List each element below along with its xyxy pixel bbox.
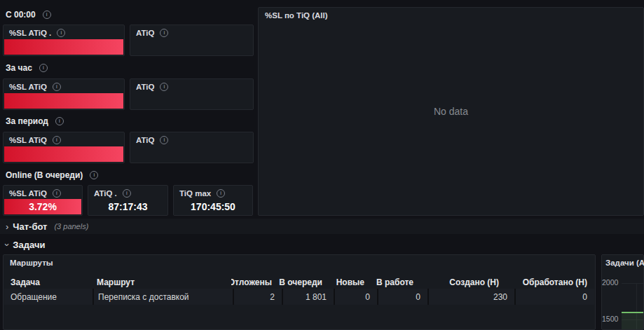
stat-title-text: TiQ max: [179, 189, 211, 198]
info-icon[interactable]: i: [55, 117, 64, 125]
stat-title-text: %SL ATiQ .: [9, 29, 51, 37]
table-cell: 0: [516, 289, 594, 305]
section-label-online-queue: Online (В очереди) i: [6, 170, 98, 180]
info-icon[interactable]: i: [160, 29, 168, 37]
section-label-text: Online (В очереди): [6, 170, 83, 180]
info-icon[interactable]: i: [160, 136, 168, 144]
column-header[interactable]: Маршрут: [93, 277, 231, 287]
info-icon[interactable]: i: [57, 29, 65, 37]
info-icon[interactable]: i: [123, 189, 131, 198]
stat-title-text: ATiQ: [136, 29, 154, 37]
stat-red-bar: [4, 39, 123, 55]
table-cell: 1 801: [283, 289, 334, 305]
row-chatbot[interactable]: › Чат-бот (3 panels): [0, 219, 644, 234]
stat-title-text: ATiQ: [136, 136, 154, 144]
column-header[interactable]: Создано (Н): [420, 277, 506, 287]
y-axis-tick: 1500: [602, 315, 618, 323]
panel-title[interactable]: %SL по TiQ (All): [259, 8, 643, 20]
stat-title-text: ATiQ: [136, 83, 154, 91]
stat-title-text: %SL ATiQ: [9, 136, 47, 144]
column-header[interactable]: Отложены: [231, 277, 279, 287]
table-cell: Обращение: [4, 289, 93, 305]
stat-value: 3.72%: [29, 201, 57, 212]
info-icon[interactable]: i: [53, 189, 61, 198]
stat-value: 87:17:43: [89, 199, 167, 214]
table-cell: 0: [335, 289, 377, 305]
series-line-green: [622, 312, 643, 313]
table-cell: 2: [234, 289, 282, 305]
stat-panel-atiq-since-midnight[interactable]: ATiQ i: [130, 25, 254, 56]
section-label-since-midnight: С 00:00 i: [6, 10, 51, 20]
info-icon[interactable]: i: [39, 64, 48, 72]
info-icon[interactable]: i: [53, 136, 61, 144]
column-header[interactable]: В очереди: [279, 277, 329, 287]
panel-tasks-chart[interactable]: Задачи (All) 2000 1500: [601, 254, 644, 330]
stat-red-bar: [4, 146, 123, 162]
stat-panel-sl-atiq-online[interactable]: %SL ATiQ i 3.72%: [3, 185, 83, 216]
stat-panel-title: TiQ max i: [174, 186, 252, 200]
stat-panel-atiq-online[interactable]: ATiQ . i 87:17:43: [88, 185, 168, 216]
stat-panel-atiq-period[interactable]: ATiQ i: [130, 132, 254, 163]
section-label-per-period: За период i: [6, 116, 64, 126]
chevron-down-icon: ›: [3, 243, 12, 246]
panel-title[interactable]: Маршруты: [4, 255, 595, 267]
stat-panel-sl-atiq-since-midnight[interactable]: %SL ATiQ . i: [3, 25, 125, 56]
table-cell: 230: [429, 289, 514, 305]
info-icon[interactable]: i: [53, 83, 61, 91]
stat-title-text: %SL ATiQ: [9, 189, 47, 198]
column-header[interactable]: В работе: [371, 277, 420, 287]
stat-title-text: ATiQ .: [94, 189, 117, 198]
stat-panel-title: ATiQ i: [130, 25, 253, 40]
stat-panel-title: %SL ATiQ i: [4, 186, 82, 200]
stat-red-bar: [4, 93, 123, 109]
dashboard: С 00:00 i %SL ATiQ . i ATiQ i За час i %…: [0, 0, 644, 330]
table-cell: 0: [378, 289, 427, 305]
row-panel-count: (3 panels): [54, 222, 88, 231]
table-header-row: Задача Маршрут Отложены В очереди Новые …: [4, 276, 594, 288]
stat-panel-title: %SL ATiQ . i: [4, 25, 124, 40]
panel-sl-po-tiq[interactable]: %SL по TiQ (All) No data: [258, 7, 644, 216]
section-label-per-hour: За час i: [6, 63, 48, 73]
row-title[interactable]: Задачи: [13, 240, 45, 250]
stat-red-bar: 3.72%: [4, 199, 81, 214]
stat-panel-sl-atiq-period[interactable]: %SL ATiQ i: [3, 132, 125, 163]
column-header[interactable]: Новые: [329, 277, 371, 287]
stat-panel-tiq-max-online[interactable]: TiQ max i 170:45:50: [173, 185, 253, 216]
info-icon[interactable]: i: [160, 83, 168, 91]
panel-routes-table[interactable]: Маршруты Задача Маршрут Отложены В очере…: [3, 254, 596, 330]
column-header[interactable]: Обработано (Н): [506, 277, 594, 287]
info-icon[interactable]: i: [43, 11, 51, 19]
column-header[interactable]: Задача: [4, 277, 93, 287]
y-axis-tick: 2000: [602, 279, 618, 287]
stat-value: 170:45:50: [174, 199, 252, 214]
info-icon[interactable]: i: [217, 189, 225, 198]
panel-title[interactable]: Задачи (All): [602, 255, 643, 267]
stat-panel-title: ATiQ . i: [88, 186, 167, 200]
series-area-fill: [622, 313, 643, 329]
table-row: Обращение Переписка с доставкой 2 1 801 …: [4, 289, 594, 305]
table-cell: Переписка с доставкой: [94, 289, 233, 305]
stat-panel-title: ATiQ i: [130, 79, 253, 94]
row-title[interactable]: Чат-бот: [13, 221, 47, 232]
chevron-right-icon: ›: [6, 222, 8, 231]
stat-panel-title: %SL ATiQ i: [4, 132, 124, 147]
stat-panel-title: %SL ATiQ i: [4, 79, 124, 94]
stat-panel-atiq-hour[interactable]: ATiQ i: [130, 78, 254, 110]
section-label-text: За час: [6, 63, 32, 73]
gridline-2000: [622, 283, 643, 284]
stat-title-text: %SL ATiQ: [9, 83, 47, 91]
info-icon[interactable]: i: [90, 171, 98, 179]
stat-panel-title: ATiQ i: [130, 132, 253, 147]
section-label-text: С 00:00: [6, 10, 36, 20]
no-data-message: No data: [259, 106, 643, 117]
row-tasks[interactable]: › Задачи: [0, 238, 45, 251]
section-label-text: За период: [6, 116, 48, 126]
stat-panel-sl-atiq-hour[interactable]: %SL ATiQ i: [3, 78, 125, 110]
